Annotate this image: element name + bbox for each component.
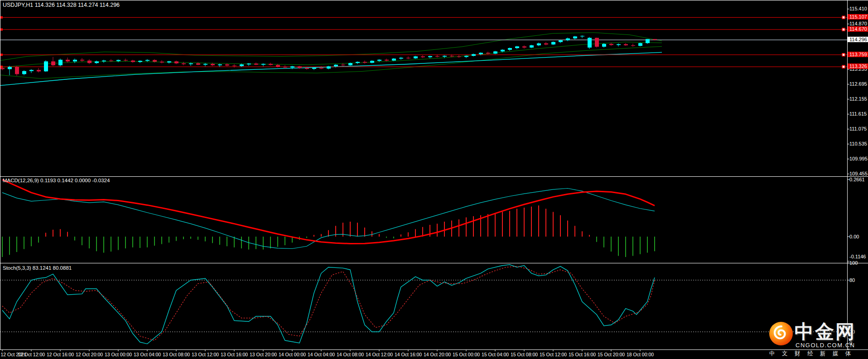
candle-body <box>544 44 548 44</box>
candle-body <box>283 67 287 68</box>
candle-body <box>501 50 505 52</box>
mt4-chart-window[interactable]: USDJPY,H1 114.326 114.328 114.274 114.29… <box>0 0 868 359</box>
candle-body <box>254 63 258 64</box>
candle-body <box>305 68 309 69</box>
time-tick-label: 13 Oct 20:00 <box>250 352 277 357</box>
time-tick-label: 18 Oct 00:00 <box>627 352 654 357</box>
time-tick-label: 14 Oct 08:00 <box>337 352 364 357</box>
candle-body <box>8 67 12 69</box>
time-tick-label: 13 Oct 12:00 <box>192 352 219 357</box>
candle-body <box>131 61 135 62</box>
candle-body <box>508 48 512 50</box>
candle-body <box>486 53 490 54</box>
candle-body <box>624 44 628 45</box>
candle-body <box>232 66 236 66</box>
candle-body <box>196 63 200 65</box>
candle-body <box>609 44 613 45</box>
candle-body <box>240 64 244 66</box>
macd-tick-label: 0.00 <box>849 234 859 239</box>
candle-body <box>588 38 592 48</box>
macd-indicator-label: MACD(12,26,9) 0.1193 0.1442 0.0000 -0.03… <box>3 178 110 183</box>
candle-body <box>559 40 563 42</box>
candle-body <box>515 46 519 48</box>
candle-body <box>66 60 70 62</box>
candle-body <box>109 61 113 61</box>
line-right-marker[interactable] <box>842 16 845 19</box>
candle-body <box>124 60 128 60</box>
candle-body <box>319 68 323 69</box>
price-line-label: 113.326 <box>848 63 868 69</box>
candle-body <box>145 60 149 61</box>
candle-body <box>646 39 650 43</box>
price-tick-label: 111.615 <box>849 111 867 116</box>
time-tick-label: 14 Oct 20:00 <box>424 352 451 357</box>
stoch-tick-label: 80 <box>849 277 855 283</box>
candle-body <box>363 62 367 63</box>
stoch-tick-label: 20 <box>849 329 855 335</box>
price-line-label: 113.759 <box>848 52 868 57</box>
candle-body <box>80 60 84 61</box>
candle-body <box>312 68 316 69</box>
candle-body <box>617 44 621 45</box>
candle-body <box>261 64 265 65</box>
candle-body <box>356 62 360 63</box>
stoch-d-line <box>2 267 655 340</box>
candle-body <box>551 42 555 45</box>
candle-body <box>573 36 577 38</box>
stoch-indicator-label: Stoch(5,3,3) 83.1241 80.0881 <box>3 265 72 271</box>
price-tick-label: 109.995 <box>849 156 868 161</box>
price-tick-label: 115.410 <box>849 6 867 11</box>
candle-body <box>211 64 215 65</box>
candle-body <box>58 60 63 65</box>
candle-body <box>428 56 432 57</box>
time-tick-label: 15 Oct 20:00 <box>598 352 625 357</box>
line-left-marker[interactable] <box>0 53 3 56</box>
line-right-marker[interactable] <box>842 65 845 68</box>
chart-canvas[interactable] <box>0 0 868 359</box>
time-tick-label: 15 Oct 08:00 <box>511 352 538 357</box>
candle-body <box>414 56 418 58</box>
candle-body <box>269 64 273 65</box>
candle-body <box>653 39 657 40</box>
candle-body <box>493 51 497 53</box>
candle-body <box>595 38 599 47</box>
candle-body <box>116 60 121 61</box>
time-tick-label: 13 Oct 00:00 <box>105 352 132 357</box>
candle-body <box>464 56 468 57</box>
chart-title: USDJPY,H1 114.326 114.328 114.274 114.29… <box>3 2 120 8</box>
candle-body <box>522 46 526 47</box>
candle-body <box>102 61 106 62</box>
candle-body <box>392 58 396 60</box>
candle-body <box>457 56 461 57</box>
candle-body <box>95 61 99 63</box>
time-tick-label: 15 Oct 04:00 <box>482 352 509 357</box>
candle-body <box>247 63 251 64</box>
price-tick-label: 112.695 <box>849 81 867 87</box>
line-left-marker[interactable] <box>0 16 3 19</box>
price-tick-label: 109.455 <box>849 171 868 176</box>
candle-body <box>203 64 207 65</box>
candle-body <box>450 56 454 56</box>
candle-body <box>37 70 41 71</box>
candle-body <box>370 61 374 63</box>
candle-body <box>276 65 280 67</box>
candle-body <box>631 45 635 46</box>
line-right-marker[interactable] <box>842 28 845 31</box>
time-tick-label: 12 Oct 12:00 <box>18 352 45 357</box>
candle-body <box>298 66 302 68</box>
time-tick-label: 15 Oct 16:00 <box>569 352 596 357</box>
time-tick-label: 13 Oct 04:00 <box>134 352 161 357</box>
candle-body <box>406 58 410 58</box>
stoch-tick-label: 100 <box>849 260 858 266</box>
time-tick-label: 13 Oct 16:00 <box>221 352 248 357</box>
candle-body <box>435 56 439 57</box>
line-left-marker[interactable] <box>0 29 3 31</box>
time-tick-label: 13 Oct 08:00 <box>163 352 190 357</box>
candle-body <box>44 61 48 71</box>
candle-body <box>218 64 222 65</box>
line-right-marker[interactable] <box>842 53 845 56</box>
candle-body <box>290 66 294 67</box>
candle-body <box>385 60 389 61</box>
moving-average-line <box>0 52 662 85</box>
time-tick-label: 15 Oct 00:00 <box>453 352 480 357</box>
